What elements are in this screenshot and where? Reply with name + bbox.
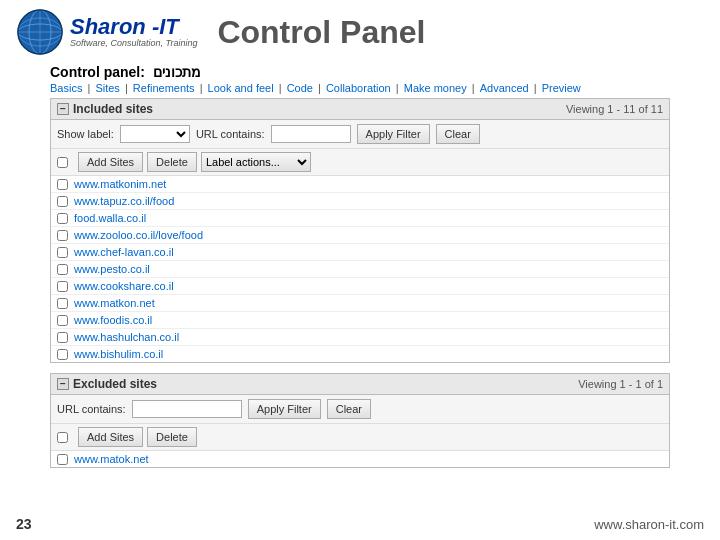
table-row: www.matkonim.net xyxy=(51,176,669,193)
included-sites-list: www.matkonim.net www.tapuz.co.il/food fo… xyxy=(51,176,669,362)
site-checkbox-1[interactable] xyxy=(57,179,68,190)
excluded-filter-row: URL contains: Apply Filter Clear xyxy=(51,395,669,424)
included-viewing-info: Viewing 1 - 11 of 11 xyxy=(566,103,663,115)
excluded-add-sites-button[interactable]: Add Sites xyxy=(78,427,143,447)
logo-name: Sharon -IT xyxy=(70,15,197,39)
nav-collaboration[interactable]: Collaboration xyxy=(326,82,391,94)
logo-name-part2: -IT xyxy=(146,14,179,39)
collapse-excluded-icon[interactable]: − xyxy=(57,378,69,390)
included-actions-row: Add Sites Delete Label actions... xyxy=(51,149,669,176)
nav-make-money[interactable]: Make money xyxy=(404,82,467,94)
included-filter-row: Show label: URL contains: Apply Filter C… xyxy=(51,120,669,149)
included-sites-section: − Included sites Viewing 1 - 11 of 11 Sh… xyxy=(50,98,670,363)
nav-basics[interactable]: Basics xyxy=(50,82,82,94)
logo-text: Sharon -IT Software, Consultation, Train… xyxy=(70,15,197,49)
cp-title: Control panel: מתכונים xyxy=(50,64,670,80)
site-checkbox-4[interactable] xyxy=(57,230,68,241)
excluded-sites-title: − Excluded sites xyxy=(57,377,157,391)
logo-name-part1: Sharon xyxy=(70,14,146,39)
url-contains-input[interactable] xyxy=(271,125,351,143)
apply-filter-button[interactable]: Apply Filter xyxy=(357,124,430,144)
excluded-delete-button[interactable]: Delete xyxy=(147,427,197,447)
excluded-actions-row: Add Sites Delete xyxy=(51,424,669,451)
label-actions-select[interactable]: Label actions... xyxy=(201,152,311,172)
nav-refinements[interactable]: Refinements xyxy=(133,82,195,94)
delete-button[interactable]: Delete xyxy=(147,152,197,172)
site-link-5[interactable]: www.chef-lavan.co.il xyxy=(74,246,174,258)
site-link-9[interactable]: www.foodis.co.il xyxy=(74,314,152,326)
logo-area: Sharon -IT Software, Consultation, Train… xyxy=(16,8,197,56)
nav-look-feel[interactable]: Look and feel xyxy=(208,82,274,94)
excluded-site-checkbox-1[interactable] xyxy=(57,454,68,465)
site-checkbox-3[interactable] xyxy=(57,213,68,224)
site-checkbox-11[interactable] xyxy=(57,349,68,360)
table-row: www.zooloo.co.il/love/food xyxy=(51,227,669,244)
show-label-text: Show label: xyxy=(57,128,114,140)
nav-sites[interactable]: Sites xyxy=(95,82,119,94)
table-row: www.bishulim.co.il xyxy=(51,346,669,362)
site-checkbox-2[interactable] xyxy=(57,196,68,207)
excluded-sites-header: − Excluded sites Viewing 1 - 1 of 1 xyxy=(51,374,669,395)
site-checkbox-9[interactable] xyxy=(57,315,68,326)
site-checkbox-6[interactable] xyxy=(57,264,68,275)
cp-header: Control panel: מתכונים Basics | Sites | … xyxy=(50,64,670,94)
table-row: www.tapuz.co.il/food xyxy=(51,193,669,210)
table-row: food.walla.co.il xyxy=(51,210,669,227)
page-title: Control Panel xyxy=(217,14,425,51)
table-row: www.matok.net xyxy=(51,451,669,467)
site-link-10[interactable]: www.hashulchan.co.il xyxy=(74,331,179,343)
excluded-url-contains-label: URL contains: xyxy=(57,403,126,415)
site-checkbox-5[interactable] xyxy=(57,247,68,258)
excluded-sites-section: − Excluded sites Viewing 1 - 1 of 1 URL … xyxy=(50,373,670,468)
footer: 23 www.sharon-it.com xyxy=(0,516,720,532)
table-row: www.pesto.co.il xyxy=(51,261,669,278)
url-contains-label: URL contains: xyxy=(196,128,265,140)
main-content: Control panel: מתכונים Basics | Sites | … xyxy=(0,64,720,468)
site-link-8[interactable]: www.matkon.net xyxy=(74,297,155,309)
site-link-11[interactable]: www.bishulim.co.il xyxy=(74,348,163,360)
clear-filter-button[interactable]: Clear xyxy=(436,124,480,144)
footer-url: www.sharon-it.com xyxy=(594,517,704,532)
site-link-6[interactable]: www.pesto.co.il xyxy=(74,263,150,275)
site-link-4[interactable]: www.zooloo.co.il/love/food xyxy=(74,229,203,241)
excluded-viewing-info: Viewing 1 - 1 of 1 xyxy=(578,378,663,390)
select-all-excluded-checkbox[interactable] xyxy=(57,432,68,443)
nav-code[interactable]: Code xyxy=(287,82,313,94)
nav-advanced[interactable]: Advanced xyxy=(480,82,529,94)
excluded-sites-list: www.matok.net xyxy=(51,451,669,467)
add-sites-button[interactable]: Add Sites xyxy=(78,152,143,172)
excluded-clear-button[interactable]: Clear xyxy=(327,399,371,419)
page-number: 23 xyxy=(16,516,32,532)
header: Sharon -IT Software, Consultation, Train… xyxy=(0,0,720,64)
included-sites-header: − Included sites Viewing 1 - 11 of 11 xyxy=(51,99,669,120)
nav-preview[interactable]: Preview xyxy=(542,82,581,94)
show-label-select[interactable] xyxy=(120,125,190,143)
table-row: www.foodis.co.il xyxy=(51,312,669,329)
excluded-site-link-1[interactable]: www.matok.net xyxy=(74,453,149,465)
site-checkbox-7[interactable] xyxy=(57,281,68,292)
table-row: www.cookshare.co.il xyxy=(51,278,669,295)
site-link-2[interactable]: www.tapuz.co.il/food xyxy=(74,195,174,207)
site-link-3[interactable]: food.walla.co.il xyxy=(74,212,146,224)
table-row: www.matkon.net xyxy=(51,295,669,312)
logo-globe-icon xyxy=(16,8,64,56)
collapse-included-icon[interactable]: − xyxy=(57,103,69,115)
site-checkbox-10[interactable] xyxy=(57,332,68,343)
cp-nav: Basics | Sites | Refinements | Look and … xyxy=(50,82,670,94)
included-sites-title: − Included sites xyxy=(57,102,153,116)
logo-subtitle: Software, Consultation, Training xyxy=(70,39,197,49)
excluded-apply-filter-button[interactable]: Apply Filter xyxy=(248,399,321,419)
site-checkbox-8[interactable] xyxy=(57,298,68,309)
table-row: www.hashulchan.co.il xyxy=(51,329,669,346)
site-link-1[interactable]: www.matkonim.net xyxy=(74,178,166,190)
excluded-url-contains-input[interactable] xyxy=(132,400,242,418)
site-link-7[interactable]: www.cookshare.co.il xyxy=(74,280,174,292)
table-row: www.chef-lavan.co.il xyxy=(51,244,669,261)
select-all-included-checkbox[interactable] xyxy=(57,157,68,168)
